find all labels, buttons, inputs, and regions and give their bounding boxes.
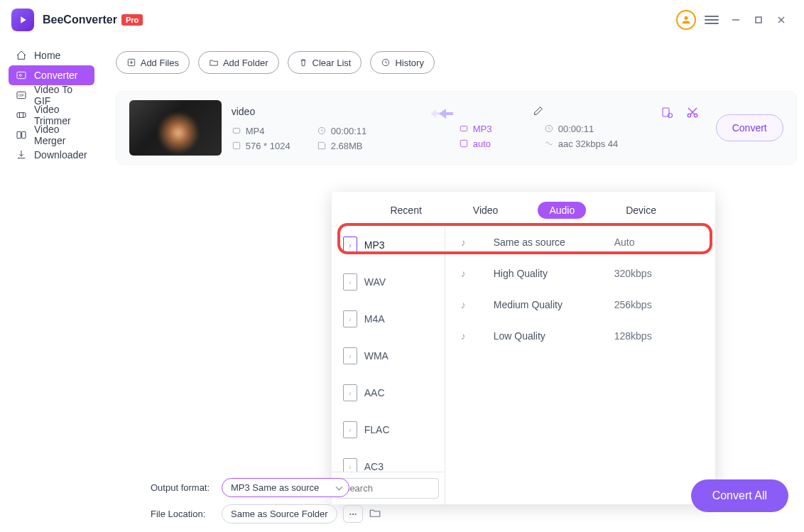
quality-row-low[interactable]: ♪ Low Quality 128kbps: [445, 320, 715, 352]
tab-video[interactable]: Video: [462, 202, 510, 219]
home-icon: [16, 50, 27, 61]
convert-button[interactable]: Convert: [716, 114, 783, 141]
trim-icon[interactable]: [686, 106, 699, 121]
content-area: Add Files Add Folder Clear List History …: [103, 40, 804, 468]
svg-point-5: [19, 75, 21, 77]
quality-row-high[interactable]: ♪ High Quality 320kbps: [445, 258, 715, 289]
dst-codec: aac 32kbps 44: [558, 139, 619, 149]
dst-preset: auto: [473, 139, 491, 149]
pro-badge: Pro: [121, 14, 143, 26]
svg-rect-17: [233, 129, 239, 134]
svg-point-24: [668, 114, 672, 118]
tab-device[interactable]: Device: [614, 202, 668, 219]
file-card: video MP4 00:00:11 576 * 1024 2.68MB: [116, 91, 797, 165]
popover-tabs: Recent Video Audio Device: [332, 192, 715, 226]
user-avatar-icon[interactable]: [676, 10, 696, 30]
arrow-convert-icon: [430, 105, 459, 151]
format-item-aac[interactable]: ♪AAC: [332, 374, 445, 411]
sidebar-item-video-trimmer[interactable]: Video Trimmer: [9, 105, 94, 125]
trimmer-icon: [16, 109, 27, 121]
tab-recent[interactable]: Recent: [379, 202, 433, 219]
sidebar-item-video-merger[interactable]: Video Merger: [9, 125, 94, 145]
sidebar-item-converter[interactable]: Converter: [9, 65, 94, 85]
gif-icon: GIF: [16, 89, 27, 101]
toolbar: Add Files Add Folder Clear List History: [116, 51, 797, 74]
clear-list-button[interactable]: Clear List: [288, 51, 362, 74]
sidebar: Home Converter GIF Video To GIF Video Tr…: [0, 40, 103, 468]
open-folder-icon[interactable]: [369, 506, 381, 521]
svg-rect-12: [22, 131, 26, 138]
video-thumbnail[interactable]: [129, 100, 222, 156]
close-button[interactable]: [770, 9, 793, 31]
file-settings-icon[interactable]: [661, 106, 673, 121]
sidebar-item-video-to-gif[interactable]: GIF Video To GIF: [9, 85, 94, 105]
format-list[interactable]: ♪MP3 ♪WAV ♪M4A ♪WMA ♪AAC ♪FLAC ♪AC3: [332, 227, 445, 472]
svg-text:GIF: GIF: [18, 94, 24, 97]
convert-all-button[interactable]: Convert All: [691, 479, 788, 512]
src-format: MP4: [246, 126, 265, 136]
sidebar-item-home[interactable]: Home: [9, 45, 94, 65]
format-item-wav[interactable]: ♪WAV: [332, 264, 445, 300]
browse-button[interactable]: ···: [343, 505, 364, 523]
format-item-ac3[interactable]: ♪AC3: [332, 448, 445, 472]
quality-row-same[interactable]: ♪ Same as source Auto: [445, 227, 715, 258]
music-icon: ♪: [461, 237, 472, 248]
add-files-button[interactable]: Add Files: [116, 51, 190, 74]
file-location-input[interactable]: Same as Source Folder: [222, 504, 337, 523]
sidebar-item-downloader[interactable]: Downloader: [9, 145, 94, 165]
music-icon: ♪: [461, 330, 472, 342]
maximize-button[interactable]: [747, 9, 770, 31]
quality-list: ♪ Same as source Auto ♪ High Quality 320…: [445, 227, 715, 504]
svg-rect-22: [460, 140, 467, 146]
app-logo: [11, 9, 34, 31]
download-icon: [16, 149, 27, 161]
src-size: 2.68MB: [331, 141, 363, 151]
format-item-flac[interactable]: ♪FLAC: [332, 411, 445, 448]
src-resolution: 576 * 1024: [246, 141, 290, 151]
dst-format: MP3: [473, 124, 492, 134]
format-item-mp3[interactable]: ♪MP3: [332, 227, 445, 264]
audio-file-icon: ♪: [343, 310, 357, 327]
sidebar-item-label: Video Merger: [34, 124, 87, 146]
edit-title-icon[interactable]: [533, 105, 544, 119]
svg-rect-11: [17, 131, 21, 138]
audio-file-icon: ♪: [343, 421, 357, 438]
add-folder-button[interactable]: Add Folder: [198, 51, 279, 74]
footer: Output format: MP3 Same as source File L…: [0, 469, 804, 532]
audio-file-icon: ♪: [343, 237, 357, 254]
svg-rect-19: [233, 142, 239, 148]
titlebar: BeeConverter Pro: [0, 0, 804, 40]
menu-icon[interactable]: [705, 13, 719, 27]
format-item-m4a[interactable]: ♪M4A: [332, 300, 445, 337]
format-item-wma[interactable]: ♪WMA: [332, 337, 445, 374]
sidebar-item-label: Downloader: [34, 149, 87, 161]
minimize-button[interactable]: [724, 9, 747, 31]
svg-rect-1: [756, 17, 761, 23]
converter-icon: [16, 70, 27, 81]
dst-duration: 00:00:11: [558, 124, 594, 134]
music-icon: ♪: [461, 268, 472, 279]
svg-rect-8: [17, 113, 26, 118]
tab-audio[interactable]: Audio: [538, 202, 586, 219]
svg-rect-20: [460, 126, 467, 131]
app-name: BeeConverter: [43, 13, 117, 26]
audio-file-icon: ♪: [343, 384, 357, 401]
history-button[interactable]: History: [370, 51, 434, 74]
audio-file-icon: ♪: [343, 273, 357, 291]
file-title: video: [232, 106, 255, 117]
output-format-select[interactable]: MP3 Same as source: [222, 478, 349, 497]
quality-row-medium[interactable]: ♪ Medium Quality 256kbps: [445, 289, 715, 320]
audio-file-icon: ♪: [343, 347, 357, 364]
src-duration: 00:00:11: [331, 126, 367, 136]
format-popover: Recent Video Audio Device ♪MP3 ♪WAV ♪M4A…: [332, 192, 715, 504]
sidebar-item-label: Converter: [34, 70, 77, 81]
file-location-label: File Location:: [151, 509, 222, 519]
output-format-label: Output format:: [151, 482, 222, 493]
merger-icon: [16, 129, 27, 141]
music-icon: ♪: [461, 299, 472, 310]
sidebar-item-label: Home: [34, 50, 60, 61]
